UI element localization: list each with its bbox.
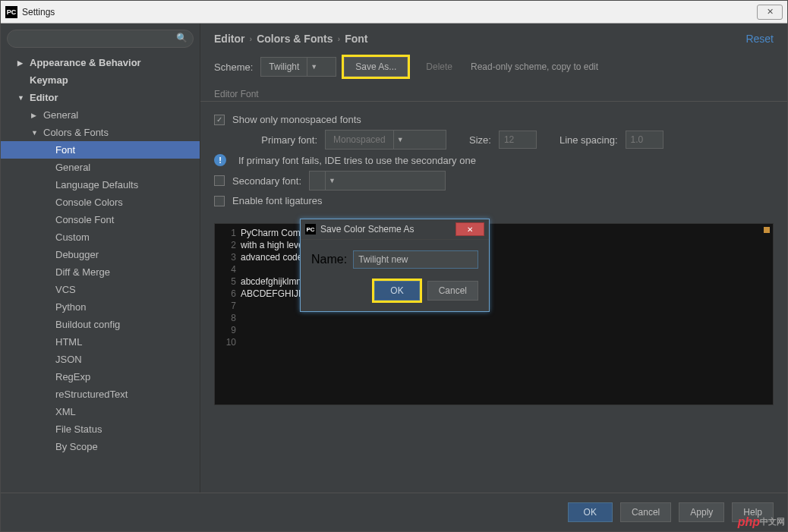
tree-keymap[interactable]: Keymap: [1, 71, 200, 89]
footer: OK Cancel Apply Help: [1, 493, 787, 531]
tree-regexp[interactable]: RegExp: [1, 368, 200, 386]
tree-custom[interactable]: Custom: [1, 228, 200, 246]
tree-vcs[interactable]: VCS: [1, 281, 200, 298]
tree-diff-merge[interactable]: Diff & Merge: [1, 263, 200, 281]
apply-button[interactable]: Apply: [679, 502, 724, 522]
size-label: Size:: [469, 134, 491, 146]
cancel-button[interactable]: Cancel: [620, 502, 671, 522]
name-label: Name:: [311, 253, 347, 266]
dialog-close-button[interactable]: ✕: [455, 222, 484, 236]
chevron-down-icon[interactable]: ▼: [307, 58, 320, 76]
secondary-font-checkbox[interactable]: [214, 175, 225, 186]
spacing-label: Line spacing:: [559, 134, 618, 146]
chevron-down-icon[interactable]: ▼: [325, 172, 339, 190]
crumb-font: Font: [345, 33, 367, 45]
show-mono-label: Show only monospaced fonts: [232, 114, 361, 125]
primary-font-label: Primary font:: [255, 134, 317, 146]
save-scheme-dialog: PC Save Color Scheme As ✕ Name: OK Cance…: [300, 219, 490, 312]
info-icon: !: [214, 154, 226, 166]
ok-button[interactable]: OK: [568, 502, 613, 522]
tree-console-font[interactable]: Console Font: [1, 211, 200, 228]
tree-language-defaults[interactable]: Language Defaults: [1, 176, 200, 194]
size-input[interactable]: [499, 131, 537, 149]
ligatures-label: Enable font ligatures: [232, 195, 323, 206]
tree-appearance-behavior[interactable]: ▶Appearance & Behavior: [1, 54, 200, 71]
scheme-value: Twilight: [261, 61, 307, 72]
crumb-editor[interactable]: Editor: [214, 33, 244, 45]
delete-button: Delete: [415, 57, 463, 77]
save-as-button[interactable]: Save As...: [344, 57, 408, 77]
info-row: ! If primary font fails, IDE tries to us…: [214, 154, 774, 166]
secondary-font-row: Secondary font: ▼: [214, 171, 774, 190]
search-input[interactable]: [7, 30, 194, 48]
primary-font-combo[interactable]: Monospaced ▼: [325, 130, 446, 150]
search-wrap: 🔍: [1, 24, 200, 54]
tree-html[interactable]: HTML: [1, 333, 200, 351]
scheme-label: Scheme:: [214, 61, 253, 73]
tree-editor[interactable]: ▼Editor: [1, 89, 200, 106]
titlebar: PC Settings ✕: [1, 1, 787, 24]
primary-font-value: Monospaced: [326, 134, 393, 145]
sidebar: 🔍 ▶Appearance & Behavior Keymap ▼Editor …: [1, 24, 200, 493]
warning-marker-icon: [764, 227, 770, 233]
settings-tree[interactable]: ▶Appearance & Behavior Keymap ▼Editor ▶G…: [1, 54, 200, 493]
search-icon: 🔍: [176, 33, 188, 43]
spacing-input[interactable]: [626, 131, 663, 149]
chevron-right-icon: ›: [337, 34, 340, 43]
primary-font-row: Primary font: Monospaced ▼ Size: Line sp…: [255, 130, 774, 150]
tree-font[interactable]: Font: [1, 141, 200, 159]
tree-general2[interactable]: General: [1, 159, 200, 176]
info-text: If primary font fails, IDE tries to use …: [238, 155, 476, 166]
dialog-title: Save Color Scheme As: [320, 224, 414, 235]
readonly-hint: Read-only scheme, copy to edit: [471, 61, 598, 72]
secondary-font-label: Secondary font:: [232, 175, 301, 187]
dialog-body: Name:: [301, 240, 489, 273]
app-icon: PC: [5, 6, 17, 18]
tree-general[interactable]: ▶General: [1, 106, 200, 124]
editor-font-legend: Editor Font: [200, 87, 787, 102]
ligatures-checkbox[interactable]: [214, 196, 225, 206]
scheme-name-input[interactable]: [353, 250, 478, 269]
window-close-button[interactable]: ✕: [757, 5, 783, 20]
tree-by-scope[interactable]: By Scope: [1, 438, 200, 455]
chevron-right-icon: ›: [249, 34, 252, 43]
watermark: php中文网: [738, 515, 785, 529]
app-icon: PC: [305, 224, 316, 235]
show-mono-checkbox[interactable]: [214, 115, 225, 125]
crumb-colors-fonts[interactable]: Colors & Fonts: [257, 33, 333, 45]
window-title: Settings: [22, 7, 757, 17]
dialog-cancel-button[interactable]: Cancel: [427, 281, 478, 301]
chevron-down-icon[interactable]: ▼: [393, 131, 407, 149]
tree-file-status[interactable]: File Status: [1, 420, 200, 438]
tree-python[interactable]: Python: [1, 298, 200, 316]
tree-colors-fonts[interactable]: ▼Colors & Fonts: [1, 124, 200, 141]
show-mono-row: Show only monospaced fonts: [214, 114, 774, 125]
secondary-font-combo[interactable]: ▼: [309, 171, 446, 190]
ligatures-row: Enable font ligatures: [214, 195, 774, 206]
tree-console-colors[interactable]: Console Colors: [1, 194, 200, 211]
tree-json[interactable]: JSON: [1, 351, 200, 368]
tree-restructuredtext[interactable]: reStructuredText: [1, 386, 200, 403]
scheme-combo[interactable]: Twilight ▼: [260, 57, 336, 77]
scheme-row: Scheme: Twilight ▼ Save As... Delete Rea…: [200, 52, 787, 87]
tree-debugger[interactable]: Debugger: [1, 246, 200, 263]
dialog-ok-button[interactable]: OK: [374, 281, 419, 301]
tree-xml[interactable]: XML: [1, 403, 200, 420]
breadcrumb: Editor › Colors & Fonts › Font Reset: [200, 24, 787, 52]
editor-preview: 1PyCharm Communit 2with a high leve 3adv…: [214, 223, 774, 405]
dialog-footer: OK Cancel: [301, 273, 489, 311]
main-panel: Editor › Colors & Fonts › Font Reset Sch…: [200, 24, 787, 493]
reset-link[interactable]: Reset: [745, 33, 774, 45]
editor-font-form: Show only monospaced fonts Primary font:…: [200, 109, 787, 219]
dialog-titlebar: PC Save Color Scheme As ✕: [301, 219, 489, 240]
tree-buildout[interactable]: Buildout config: [1, 316, 200, 333]
